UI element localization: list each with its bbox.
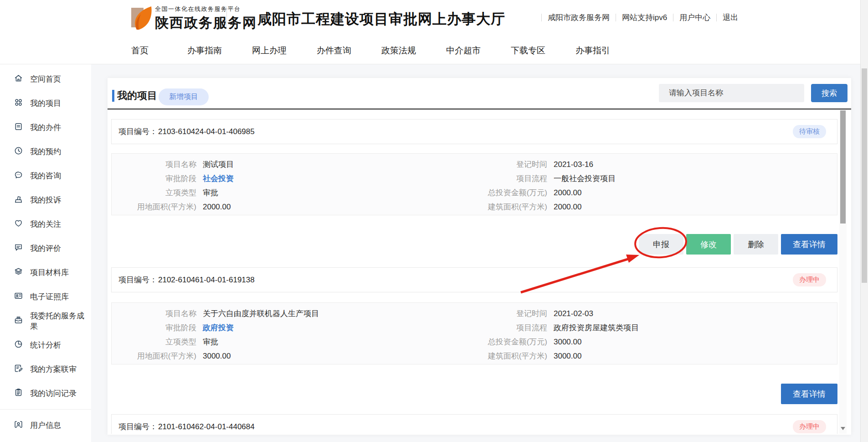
sidebar-item-space-home[interactable]: 空间首页: [0, 67, 91, 91]
sidebar-item-label: 电子证照库: [30, 291, 69, 302]
field-label: 用地面积(平方米): [112, 351, 196, 361]
field-label: 立项类型: [112, 187, 196, 198]
project-card-header: 项目编号： 2102-610461-04-01-619138 办理中: [111, 267, 837, 292]
brand-logo[interactable]: 全国一体化在线政务服务平台 陕西政务服务网: [131, 5, 257, 32]
field-label: 建筑面积(平方米): [474, 202, 547, 212]
top-header: 全国一体化在线政务服务平台 陕西政务服务网 咸阳市工程建设项目审批网上办事大厅 …: [0, 0, 868, 64]
sidebar-item-my-consultations[interactable]: 我的咨询: [0, 164, 91, 188]
link-xianyang-gov-site[interactable]: 咸阳市政务服务网: [542, 12, 616, 23]
field-label: 审批阶段: [112, 173, 196, 184]
sidebar-item-my-projects[interactable]: 我的项目: [0, 91, 91, 115]
project-card-actions: 申报 修改 删除 查看详情: [111, 234, 837, 255]
grid-icon: [14, 98, 23, 109]
gov-leaf-logo-icon: [131, 5, 152, 32]
brand-divider: [226, 6, 227, 28]
project-search-input[interactable]: [659, 84, 804, 102]
plan-review-icon: [14, 364, 23, 375]
site-title: 咸阳市工程建设项目审批网上办事大厅: [257, 10, 505, 29]
land-area-value: 2000.00: [203, 203, 231, 212]
sidebar-item-delegated-service-results[interactable]: 我委托的服务成果: [0, 309, 91, 333]
sidebar-item-statistics[interactable]: 统计分析: [0, 333, 91, 357]
nav-item-online-handling[interactable]: 网上办理: [237, 45, 302, 57]
clipboard-icon: [14, 388, 23, 400]
sidebar-item-label: 我的咨询: [30, 171, 61, 181]
nav-item-intermediary-market[interactable]: 中介超市: [431, 45, 496, 57]
user-card-icon: [14, 420, 23, 432]
top-links: 咸阳市政务服务网 网站支持ipv6 用户中心 退出: [541, 12, 744, 23]
page-scrollbar-thumb[interactable]: [862, 68, 867, 283]
sidebar-item-user-authorization[interactable]: 用户授权: [0, 437, 91, 442]
project-list-scroll-area: 项目编号： 2103-610424-04-01-406985 待审核 项目名称测…: [108, 109, 851, 434]
project-no-label: 项目编号：: [118, 275, 157, 285]
nav-item-policies[interactable]: 政策法规: [366, 45, 431, 57]
link-user-center[interactable]: 用户中心: [673, 12, 716, 23]
sidebar-item-my-complaints[interactable]: 我的投诉: [0, 188, 91, 212]
sidebar-item-project-material-library[interactable]: 项目材料库: [0, 260, 91, 285]
sidebar-item-my-appointments[interactable]: 我的预约: [0, 140, 91, 164]
sidebar-item-label: 我的评价: [30, 243, 61, 254]
sidebar-item-my-plan-joint-review[interactable]: 我的方案联审: [0, 357, 91, 381]
view-detail-button[interactable]: 查看详情: [781, 234, 837, 255]
status-badge: 办理中: [793, 273, 826, 286]
page-scrollbar-track[interactable]: [860, 0, 868, 442]
details-right-column: 登记时间2021-03-16 项目流程一般社会投资项目 总投资金额(万元)200…: [474, 157, 837, 214]
comment-icon: [14, 243, 23, 255]
status-badge: 办理中: [793, 420, 826, 433]
field-label: 项目流程: [474, 322, 547, 333]
field-label: 审批阶段: [112, 322, 196, 333]
sidebar-item-label: 我的方案联审: [30, 364, 77, 374]
field-label: 项目名称: [112, 308, 196, 319]
pie-chart-icon: [14, 339, 23, 351]
field-label: 用地面积(平方米): [112, 202, 196, 212]
list-scrollbar-track[interactable]: [839, 109, 847, 434]
sidebar-item-my-follows[interactable]: 我的关注: [0, 212, 91, 236]
nav-item-service-guide[interactable]: 办事指南: [172, 45, 237, 57]
modify-button[interactable]: 修改: [686, 234, 731, 255]
stage-link[interactable]: 政府投资: [203, 322, 234, 333]
scrollbar-down-arrow-icon[interactable]: [841, 427, 845, 430]
stage-link[interactable]: 社会投资: [203, 173, 234, 184]
platform-name: 陕西政务服务网: [155, 14, 257, 32]
project-card-header: 项目编号： 2101-610462-04-01-440684 办理中: [111, 414, 837, 434]
sidebar-item-label: 我的办件: [30, 122, 61, 133]
sidebar-item-e-license-library[interactable]: 电子证照库: [0, 285, 91, 309]
approval-type-value: 审批: [203, 187, 218, 198]
page: 全国一体化在线政务服务平台 陕西政务服务网 咸阳市工程建设项目审批网上办事大厅 …: [0, 0, 868, 442]
declare-button[interactable]: 申报: [639, 234, 683, 255]
nav-item-download-zone[interactable]: 下载专区: [496, 45, 560, 57]
nav-item-handling-guide[interactable]: 办事指引: [560, 45, 625, 57]
nav-item-home[interactable]: 首页: [108, 45, 172, 57]
sidebar-item-label: 用户信息: [30, 420, 61, 431]
sidebar-item-my-applications[interactable]: 我的办件: [0, 115, 91, 140]
flow-value: 一般社会投资项目: [554, 173, 616, 184]
sidebar-item-label: 空间首页: [30, 74, 61, 84]
list-scrollbar-thumb[interactable]: [840, 110, 846, 224]
search-button[interactable]: 搜索: [811, 84, 847, 102]
layers-icon: [14, 267, 23, 279]
nav-item-application-query[interactable]: 办件查询: [302, 45, 366, 57]
project-card-actions: 查看详情: [111, 384, 837, 404]
land-area-value: 3000.00: [203, 352, 231, 361]
view-detail-button[interactable]: 查看详情: [781, 384, 837, 404]
sidebar-item-user-info[interactable]: 用户信息: [0, 413, 91, 437]
delete-button[interactable]: 删除: [734, 234, 778, 255]
search-box: 搜索: [659, 84, 847, 102]
flow-value: 政府投资房屋建筑类项目: [554, 322, 639, 333]
project-name-value: 测试项目: [203, 159, 234, 170]
investment-value: 2000.00: [554, 188, 581, 198]
sidebar-item-my-reviews[interactable]: 我的评价: [0, 236, 91, 260]
build-area-value: 3000.00: [554, 352, 581, 361]
reg-time-value: 2021-03-16: [554, 160, 593, 169]
link-logout[interactable]: 退出: [717, 12, 744, 23]
field-label: 总投资金额(万元): [474, 187, 547, 198]
panel-header: 我的项目 新增项目 搜索: [108, 78, 851, 109]
details-left-column: 项目名称关于六自由度并联机器人生产项目 审批阶段政府投资 立项类型审批 用地面积…: [112, 307, 474, 363]
chat-icon: [14, 170, 23, 182]
project-name-value: 关于六自由度并联机器人生产项目: [203, 308, 319, 319]
build-area-value: 2000.00: [554, 203, 581, 212]
sidebar-item-my-visit-records[interactable]: 我的访问记录: [0, 381, 91, 406]
link-ipv6-support[interactable]: 网站支持ipv6: [616, 12, 673, 23]
ballot-icon: [14, 194, 23, 206]
new-project-button[interactable]: 新增项目: [159, 88, 209, 105]
field-label: 建筑面积(平方米): [474, 351, 547, 361]
